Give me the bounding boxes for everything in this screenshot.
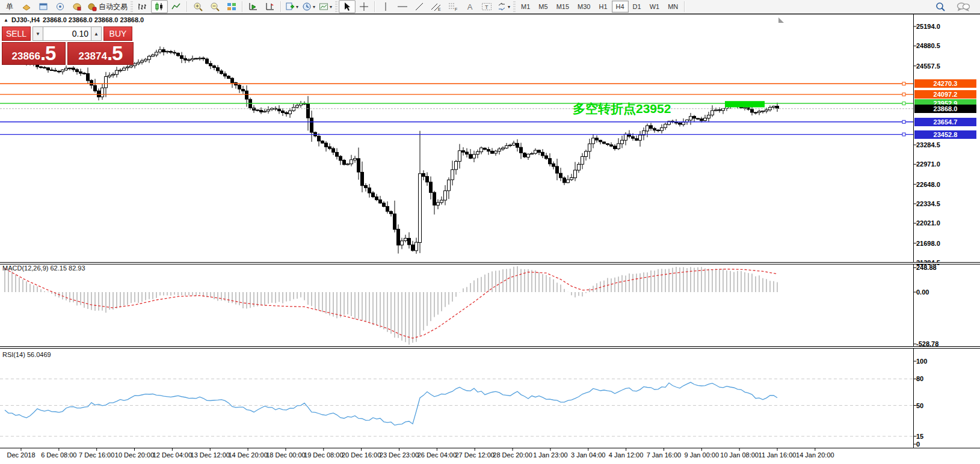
volume-input[interactable] (43, 26, 91, 41)
time-axis-label: 14 Jan 20:00 (791, 451, 839, 459)
pane-separator-macd[interactable] (0, 262, 980, 264)
svg-text:E: E (438, 7, 441, 11)
price-tag-24270.3: 24270.3 (914, 79, 976, 88)
dropdown-arrow-icon: ▾ (296, 4, 298, 10)
rsi-axis-tick: 0 (916, 441, 976, 448)
toolbar-separator (186, 1, 188, 12)
indicators-button[interactable]: ▾ (283, 0, 300, 13)
fibonacci-icon: F (448, 2, 458, 11)
price-tag-23452.8: 23452.8 (914, 130, 976, 139)
search-button[interactable] (932, 0, 949, 13)
chat-button[interactable] (955, 0, 972, 13)
toolbar-grip (335, 1, 337, 12)
new-order-button[interactable]: 单 (1, 0, 18, 13)
arrows-icon (497, 2, 507, 11)
cursor-button[interactable] (339, 0, 356, 13)
tile-windows-button[interactable] (223, 0, 240, 13)
horizontal-line-button[interactable] (394, 0, 411, 13)
chart-canvas[interactable] (0, 14, 980, 464)
timeframe-button-M5[interactable]: M5 (534, 1, 552, 13)
sell-button-label: SELL (6, 29, 26, 38)
stepper-up-icon: ▲ (94, 31, 99, 37)
buy-button[interactable]: BUY (103, 26, 132, 41)
candles-layer (4, 46, 779, 254)
data-window-button[interactable] (35, 0, 52, 13)
timeframe-button-W1[interactable]: W1 (646, 1, 664, 13)
text-label-button[interactable]: T (478, 0, 495, 13)
line-handle[interactable] (902, 120, 905, 123)
highlight-zone[interactable] (725, 101, 765, 107)
horizontal-line-icon (397, 2, 408, 11)
sell-price-display[interactable]: 23866 .5 (2, 42, 66, 65)
line-chart-icon (171, 2, 181, 11)
bar-chart-icon (138, 2, 147, 11)
vertical-line-button[interactable] (377, 0, 394, 13)
candlestick-chart-button[interactable] (151, 0, 168, 13)
price-axis-tick: 22648.0 (916, 181, 976, 188)
text-tool-button[interactable]: A (461, 0, 478, 13)
timeframe-button-M30[interactable]: M30 (573, 1, 594, 13)
price-tag-23868.0: 23868.0 (914, 105, 976, 113)
data-window-icon (39, 2, 48, 11)
terminal-button[interactable] (69, 0, 85, 13)
line-handle[interactable] (902, 102, 905, 105)
line-handle[interactable] (902, 133, 905, 136)
auto-trading-label: 自动交易 (99, 2, 128, 12)
volume-decrease-button[interactable]: ▼ (32, 26, 43, 41)
auto-trading-button[interactable]: 自动交易 (85, 0, 129, 13)
crosshair-button[interactable] (356, 0, 372, 13)
sell-button[interactable]: SELL (2, 26, 31, 41)
chart-annotation-text[interactable]: 多空转折点23952 (573, 100, 671, 117)
price-axis-tick: 25194.0 (916, 23, 976, 30)
candlestick-icon (155, 2, 164, 11)
periods-button[interactable]: ▾ (300, 0, 317, 13)
toolbar-separator (280, 1, 282, 12)
auto-scroll-icon (248, 2, 258, 11)
chart-shift-button[interactable] (262, 0, 279, 13)
toolbar: 单 自动交易 (0, 0, 980, 14)
stepper-down-icon: ▼ (35, 31, 40, 37)
rsi-axis-tick: 80 (916, 375, 976, 382)
channel-icon: E (431, 2, 442, 11)
equidistant-channel-button[interactable]: E (428, 0, 445, 13)
dropdown-arrow-icon: ▾ (508, 4, 510, 10)
sell-price-int: 23866 (12, 50, 40, 63)
arrows-tool-button[interactable]: ▾ (495, 0, 512, 13)
price-axis-tick: 21698.0 (916, 240, 976, 247)
template-chart-icon (319, 2, 328, 11)
line-handle[interactable] (902, 82, 905, 85)
templates-button[interactable]: ▾ (317, 0, 334, 13)
line-chart-button[interactable] (168, 0, 185, 13)
buy-price-display[interactable]: 23874 .5 (67, 42, 134, 65)
bar-chart-button[interactable] (134, 0, 151, 13)
line-handle[interactable] (902, 93, 905, 96)
timeframe-toolbar: M1M5M15M30H1H4D1W1MN (517, 1, 682, 13)
trendline-button[interactable] (411, 0, 428, 13)
symbol-period-label: DJ30-,H4 (11, 16, 40, 23)
tile-windows-icon (227, 2, 236, 11)
timeframe-button-M15[interactable]: M15 (552, 1, 573, 13)
timeframe-button-H4[interactable]: H4 (612, 1, 629, 13)
fibonacci-button[interactable]: F (445, 0, 461, 13)
pane-separator-rsi[interactable] (0, 346, 980, 349)
navigator-button[interactable] (52, 0, 69, 13)
timeframe-button-M1[interactable]: M1 (517, 1, 534, 13)
terminal-icon (72, 2, 82, 11)
scroll-to-end-marker[interactable] (778, 17, 784, 23)
sell-price-frac: .5 (40, 44, 56, 63)
market-watch-button[interactable] (18, 0, 35, 13)
objects-layer (0, 82, 914, 136)
axes-layer (0, 14, 980, 451)
price-axis-tick: 22334.5 (916, 200, 976, 207)
macd-axis-tick: 0.00 (916, 288, 976, 296)
timeframe-button-MN[interactable]: MN (664, 1, 682, 13)
price-axis-tick: 24880.5 (916, 42, 976, 49)
zoom-out-button[interactable] (206, 0, 223, 13)
timeframe-button-D1[interactable]: D1 (629, 1, 646, 13)
timeframe-button-H1[interactable]: H1 (594, 1, 611, 13)
auto-scroll-button[interactable] (245, 0, 262, 13)
volume-increase-button[interactable]: ▲ (91, 26, 102, 41)
svg-text:F: F (455, 7, 457, 11)
rsi-line (5, 382, 777, 425)
zoom-in-button[interactable] (190, 0, 206, 13)
